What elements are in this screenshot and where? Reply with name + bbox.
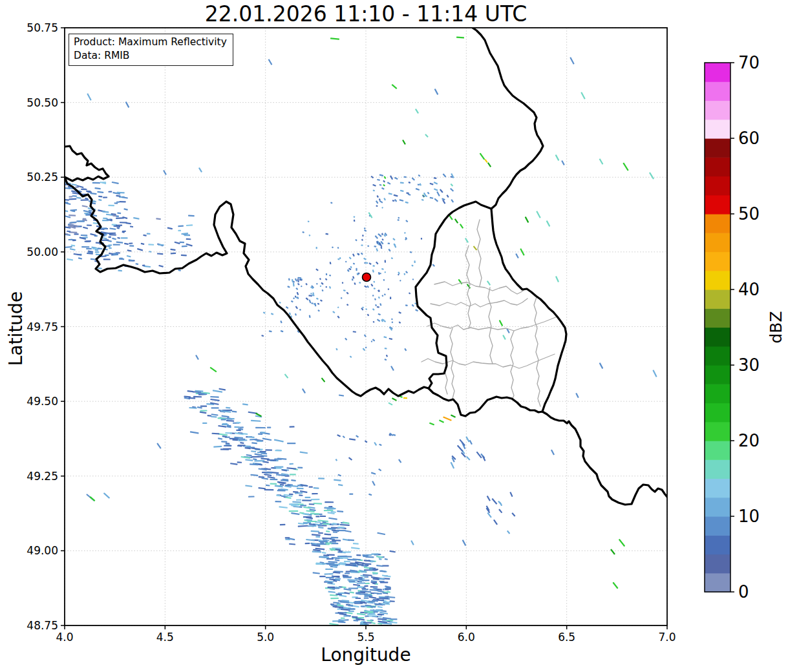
echo-dash [308,235,310,236]
echo-dash [302,231,304,233]
echo-dash [364,585,368,587]
echo-dash [390,366,394,371]
x-tick-label: 4.0 [56,631,73,644]
echo-dash [103,218,107,220]
echo-dash [90,193,96,194]
echo-dash [297,278,299,282]
echo-dash [337,527,345,529]
echo-dash [353,584,360,587]
echo-dash [353,331,356,333]
echo-dash [364,262,365,264]
echo-dash [398,271,400,274]
echo-dash [408,182,410,184]
echo-dash [376,205,378,207]
echo-dash [266,485,270,487]
echo-dash [381,187,385,190]
echo-dash [186,224,193,226]
echo-dash [326,273,327,275]
echo-dash [352,276,355,279]
echo-dash [195,355,199,360]
echo-dash [399,280,401,282]
echo-dash [269,330,272,332]
echo-dash [317,543,326,545]
echo-dash [325,556,330,558]
echo-dash [186,238,191,240]
echo-dash [331,537,338,539]
echo-dash [108,205,114,207]
echo-dash [377,319,381,322]
echo-dash [300,505,306,506]
echo-dash [200,410,208,411]
echo-dash [399,321,401,324]
echo-dash [209,367,217,373]
echo-dash [303,522,311,523]
echo-dash [261,478,268,480]
echo-dash [356,554,361,556]
echo-dash [390,175,393,180]
echo-dash [321,282,323,285]
echo-dash [297,277,301,279]
echo-dash [353,543,359,545]
echo-dash [326,554,334,556]
echo-dash [462,540,467,546]
echo-dash [251,420,261,422]
echo-dash [275,450,282,451]
echo-dash [459,439,465,446]
echo-dash [305,283,308,286]
echo-dash [337,247,339,249]
echo-dash [379,174,384,176]
echo-dash [378,289,380,292]
echo-dash [364,611,373,613]
echo-dash [434,177,437,179]
echo-dash [178,269,181,271]
echo-dash [381,268,384,270]
echo-dash [480,152,485,160]
echo-dash [368,494,372,496]
echo-dash [322,552,326,554]
echo-dash [119,201,125,202]
echo-dash [248,436,255,438]
echo-dash [367,314,370,317]
echo-dash [297,283,300,286]
echo-dash [404,232,406,234]
echo-dash [103,492,110,499]
echo-dash [440,189,443,193]
admin-border [427,317,557,331]
y-tick-label: 49.50 [27,395,58,408]
echo-dash [391,257,394,259]
echo-dash [367,286,369,288]
echo-dash [135,263,138,265]
echo-dash [251,450,256,452]
echo-dash [374,288,376,289]
echo-dash [207,415,211,417]
echo-dash [376,262,379,265]
echo-dash [245,459,253,461]
echo-dash [364,598,369,599]
echo-dash [98,268,101,269]
echo-dash [370,284,373,287]
echo-dash [223,448,231,450]
colorbar-tick-label: 0 [738,582,749,602]
echo-dash [350,266,352,269]
echo-dash [456,36,464,38]
echo-dash [353,216,355,218]
echo-dash [129,242,133,244]
echo-dash [117,213,121,215]
echo-dash [290,474,296,475]
echo-dash [349,591,354,593]
echo-dash [345,260,347,262]
echo-dash [312,292,314,295]
echo-dash [390,297,391,299]
colorbar-segment [705,346,730,366]
echo-dash [98,199,101,201]
echo-dash [112,182,119,184]
echo-dash [113,244,120,245]
echo-dash [316,247,317,249]
echo-dash [137,248,143,251]
echo-dash [382,574,391,577]
echo-dash [367,614,376,616]
echo-dash [379,303,381,306]
echo-dash [286,467,296,470]
echo-dash [405,304,408,306]
echo-dash [377,306,379,308]
